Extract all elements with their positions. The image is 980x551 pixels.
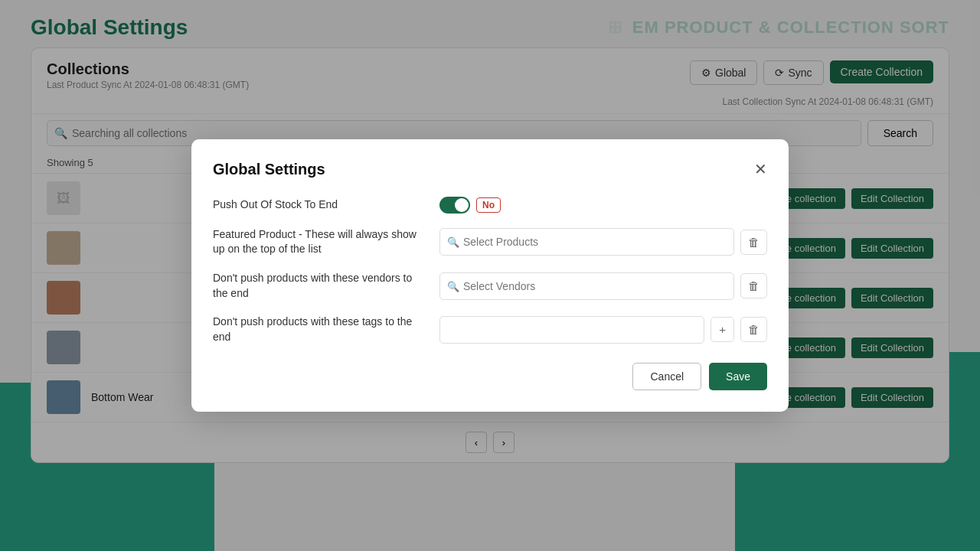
select-products-search-icon: 🔍 [447,236,459,248]
plus-icon: + [719,323,726,336]
modal-header: Global Settings ✕ [213,161,767,178]
trash-icon: 🗑 [748,279,760,292]
no-badge: No [476,197,501,213]
select-products-wrapper: 🔍 [439,228,734,256]
vendors-control: 🔍 🗑 [439,272,767,300]
tags-control: + 🗑 [439,316,767,344]
global-settings-modal: Global Settings ✕ Push Out Of Stock To E… [191,139,789,412]
modal-footer: Cancel Save [213,363,767,390]
vendors-label: Don't push products with these vendors t… [213,271,427,301]
push-out-of-stock-control: No [439,197,767,214]
add-tag-button[interactable]: + [710,317,734,342]
trash-icon: 🗑 [748,236,760,249]
select-products-input[interactable] [439,228,734,256]
trash-icon: 🗑 [748,323,760,336]
delete-vendors-button[interactable]: 🗑 [740,273,767,298]
push-out-of-stock-label: Push Out Of Stock To End [213,197,427,213]
delete-tags-button[interactable]: 🗑 [740,317,767,342]
cancel-button[interactable]: Cancel [632,363,701,390]
modal-row-vendors: Don't push products with these vendors t… [213,271,767,301]
toggle-knob [455,198,469,212]
modal-overlay: Global Settings ✕ Push Out Of Stock To E… [0,0,980,551]
modal-row-tags: Don't push products with these tags to t… [213,315,767,344]
tags-input[interactable] [439,316,704,344]
toggle-wrapper [439,197,470,214]
select-vendors-input[interactable] [439,272,734,300]
modal-row-toggle: Push Out Of Stock To End No [213,197,767,214]
modal-title: Global Settings [213,161,325,178]
select-vendors-search-icon: 🔍 [447,280,459,292]
modal-row-products: Featured Product - These will always sho… [213,227,767,257]
modal-close-button[interactable]: ✕ [754,161,767,177]
featured-product-control: 🔍 🗑 [439,228,767,256]
save-button[interactable]: Save [709,363,767,390]
featured-product-label: Featured Product - These will always sho… [213,227,427,257]
tags-label: Don't push products with these tags to t… [213,315,427,344]
push-out-of-stock-toggle[interactable] [439,197,470,214]
select-vendors-wrapper: 🔍 [439,272,734,300]
delete-products-button[interactable]: 🗑 [740,230,767,255]
